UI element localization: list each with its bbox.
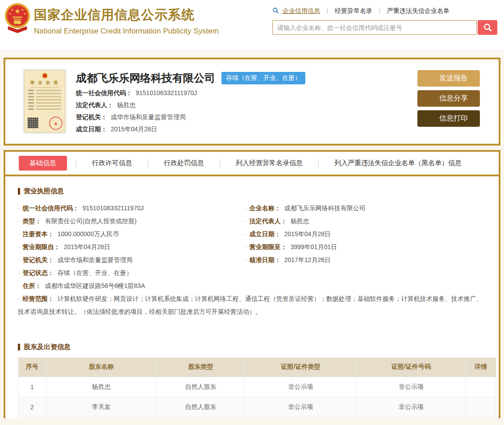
- cell-shareholder-type: 自然人股东: [157, 397, 245, 417]
- license-field-row: ·类型：有限责任公司(自然人投资或控股): [18, 215, 245, 228]
- section-heading-license-info: 营业执照信息: [18, 187, 486, 196]
- svg-text:★: ★: [23, 12, 26, 15]
- nav-link-abnormal-operations-list[interactable]: 经营异常名录: [335, 7, 372, 15]
- section-marker: [18, 344, 20, 350]
- business-scope: ·经营范围：计算机软硬件研发；网页设计；计算机系统集成；计算机网络工程、通信工程…: [18, 292, 486, 318]
- table-header-row: 序号 股东名称 股东类型 证照/证件类型 证照/证件号码 详情: [18, 358, 496, 377]
- cell-certificate-number: 非公示项: [357, 377, 466, 397]
- column-header: 证照/证件类型: [245, 358, 357, 377]
- national-emblem-logo: ★ ★ ★ ★ ★: [4, 3, 31, 34]
- column-header: 股东名称: [46, 358, 157, 377]
- license-field-row: ·成立日期：2015年04月28日: [245, 228, 486, 241]
- field-value: 91510108332111970J: [136, 89, 197, 96]
- search-icon: [272, 7, 279, 15]
- section-heading-shareholders: 股东及出资信息: [18, 343, 486, 351]
- tab-basic-info[interactable]: 基础信息: [19, 156, 67, 171]
- column-header: 序号: [18, 358, 46, 377]
- license-qr-code: [28, 117, 38, 128]
- svg-text:★: ★: [11, 8, 13, 11]
- tab-bar: 基础信息 行政许可信息 行政处罚信息 列入经营异常名录信息 列入严重违法失信企业…: [5, 152, 499, 176]
- field-value: 杨胜忠: [117, 101, 136, 108]
- field-label: 法定代表人：: [76, 101, 113, 108]
- business-license-image: 营 业 执 照 ★: [24, 70, 65, 133]
- company-name: 成都飞乐乐网络科技有限公司: [76, 71, 215, 85]
- cell-shareholder-name: 李关发: [46, 397, 157, 417]
- search-input[interactable]: [272, 20, 477, 35]
- cell-certificate-type: 非公示项: [245, 377, 357, 397]
- nav-link-serious-violations-list[interactable]: 严重违法失信企业名单: [387, 7, 450, 15]
- column-header: 证照/证件号码: [357, 358, 466, 377]
- svg-text:★: ★: [21, 8, 24, 11]
- column-header: 详情: [466, 358, 496, 377]
- info-print-button[interactable]: 信息打印: [417, 110, 480, 127]
- field-label: 成立日期：: [76, 125, 107, 133]
- nav-separator: [379, 8, 380, 14]
- field-label: 登记机关：: [76, 113, 107, 121]
- license-field-row: ·营业期限自：2015年04月28日: [18, 241, 245, 254]
- section-marker: [18, 188, 20, 195]
- field-value: 2015年04月28日: [111, 125, 157, 133]
- cell-detail: [466, 377, 496, 397]
- nav-separator: [327, 8, 328, 14]
- license-field-row: ·注册资本：1000.000000万人民币: [18, 228, 245, 241]
- license-field-row: ·统一社会信用代码：91510108332111970J: [18, 202, 245, 215]
- site-header: ★ ★ ★ ★ ★ 国家企业信用信息公示系统 National Enterpri…: [0, 0, 504, 51]
- license-field-row: ·住所：成都市成华区建设路56号6幢1层83A: [18, 279, 245, 292]
- field-label: 统一社会信用代码：: [76, 89, 132, 96]
- license-field-row: ·法定代表人：杨胜忠: [245, 215, 486, 228]
- cell-shareholder-type: 自然人股东: [157, 377, 245, 397]
- send-report-button[interactable]: 发送报告: [417, 70, 480, 87]
- tab-abnormal-operations[interactable]: 列入经营异常名录信息: [220, 159, 318, 167]
- cell-shareholder-name: 杨胜忠: [46, 377, 157, 397]
- license-field-row: ·登记状态：存续（在营、开业、在册）: [18, 267, 245, 279]
- cell-certificate-type: 非公示项: [245, 397, 357, 417]
- site-title: 国家企业信用信息公示系统: [34, 6, 219, 24]
- detail-card: 基础信息 行政许可信息 行政处罚信息 列入经营异常名录信息 列入严重违法失信企业…: [4, 150, 500, 418]
- cell-index: 1: [18, 377, 46, 397]
- tab-administrative-license[interactable]: 行政许可信息: [76, 159, 148, 167]
- tab-blacklist[interactable]: 列入严重违法失信企业名单（黑名单）信息: [319, 159, 466, 167]
- license-field-row: ·核准日期：2017年12月26日: [245, 254, 486, 267]
- table-row: 2 李关发 自然人股东 非公示项 非公示项: [18, 397, 496, 417]
- info-share-button[interactable]: 信息分享: [417, 90, 480, 107]
- license-field-row: ·企业名称：成都飞乐乐网络科技有限公司: [245, 202, 486, 215]
- search-button[interactable]: [478, 20, 497, 35]
- site-subtitle: National Enterprise Credit Information P…: [34, 27, 219, 36]
- cell-index: 2: [18, 397, 46, 417]
- search-icon: [483, 23, 492, 32]
- table-row: 1 杨胜忠 自然人股东 非公示项 非公示项: [18, 377, 496, 397]
- tab-administrative-penalty[interactable]: 行政处罚信息: [148, 159, 220, 167]
- license-title: 营 业 执 照: [25, 80, 65, 86]
- license-red-seal: ★: [49, 117, 62, 130]
- field-value: 成华市场和质量监督管理局: [111, 113, 186, 121]
- status-badge: 存续（在营、开业、在册）: [221, 72, 305, 84]
- cell-detail: [466, 397, 496, 417]
- license-emblem-icon: [42, 73, 48, 79]
- svg-text:★: ★: [14, 8, 20, 15]
- column-header: 股东类型: [157, 358, 245, 377]
- company-summary-card: 营 业 执 照 ★ 成都飞乐乐网络科技有限公司 存续（在营、开业、在册） 统一社…: [4, 58, 500, 146]
- nav-link-enterprise-credit-info[interactable]: 企业信用信息: [283, 7, 320, 15]
- cell-certificate-number: 非公示项: [357, 397, 466, 417]
- shareholders-table: 序号 股东名称 股东类型 证照/证件类型 证照/证件号码 详情 1 杨胜忠 自然…: [18, 358, 496, 417]
- header-nav: 企业信用信息 经营异常名录 严重违法失信企业名单: [272, 7, 498, 15]
- license-field-row: ·登记机关：成华市场和质量监督管理局: [18, 254, 245, 267]
- svg-text:★: ★: [8, 12, 11, 15]
- license-field-row: ·营业期限至：3999年01月01日: [245, 241, 486, 254]
